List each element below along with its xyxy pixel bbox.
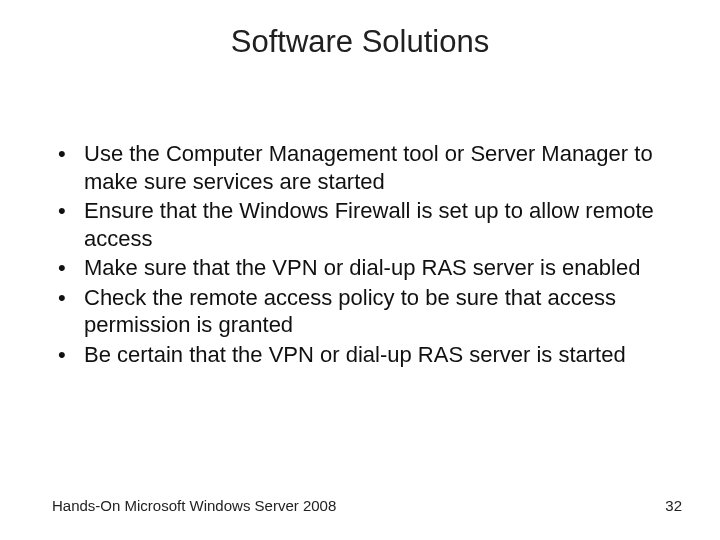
bullet-item: Ensure that the Windows Firewall is set … [52,197,660,252]
bullet-list: Use the Computer Management tool or Serv… [52,140,660,368]
slide-content: Use the Computer Management tool or Serv… [52,140,660,370]
bullet-item: Be certain that the VPN or dial-up RAS s… [52,341,660,369]
bullet-item: Make sure that the VPN or dial-up RAS se… [52,254,660,282]
page-number: 32 [665,497,682,514]
footer-source: Hands-On Microsoft Windows Server 2008 [52,497,336,514]
slide-title: Software Solutions [0,24,720,60]
bullet-item: Check the remote access policy to be sur… [52,284,660,339]
slide: Software Solutions Use the Computer Mana… [0,0,720,540]
bullet-item: Use the Computer Management tool or Serv… [52,140,660,195]
